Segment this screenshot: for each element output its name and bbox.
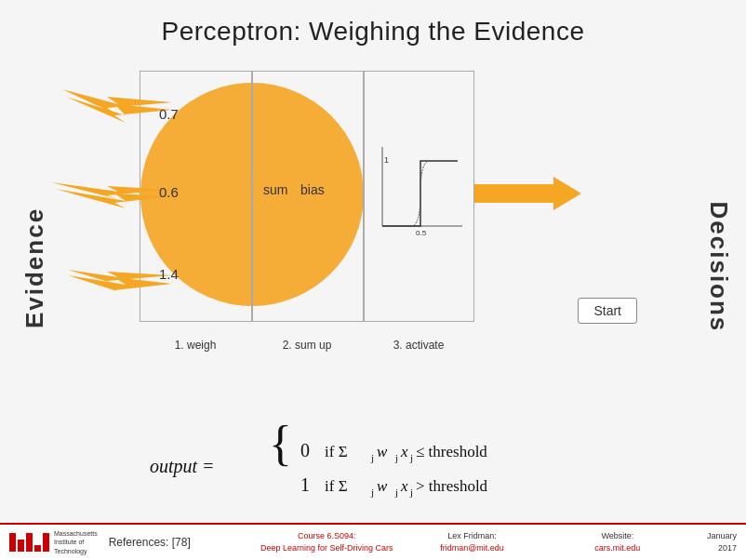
mit-logo: Massachusetts Institute of Technology bbox=[9, 529, 98, 554]
weight-3-label: 1.4 bbox=[159, 266, 179, 282]
step-2-label: 2. sum up bbox=[251, 339, 363, 352]
svg-marker-4 bbox=[474, 177, 581, 210]
slide-title: Perceptron: Weighing the Evidence bbox=[0, 0, 746, 56]
step-3-label: 3. activate bbox=[363, 339, 474, 352]
step-1-label: 1. weigh bbox=[140, 339, 251, 352]
mit-bar-4 bbox=[34, 545, 41, 552]
formula-wjxj-1: w bbox=[377, 443, 388, 460]
svg-text:>  threshold: > threshold bbox=[416, 477, 488, 495]
step-labels: 1. weigh 2. sum up 3. activate bbox=[140, 339, 474, 352]
decisions-label: Decisions bbox=[704, 202, 733, 333]
svg-text:0.5: 0.5 bbox=[416, 229, 427, 237]
svg-text:1: 1 bbox=[384, 155, 389, 165]
input-arrow-top bbox=[62, 89, 172, 115]
svg-text:j: j bbox=[394, 487, 398, 498]
formula-cond-2: if Σ bbox=[325, 477, 348, 495]
formula-output-text: output = bbox=[150, 456, 215, 477]
svg-text:j: j bbox=[394, 452, 398, 463]
mit-logo-bars bbox=[9, 533, 49, 552]
footer-website: Website: cars.mit.edu bbox=[545, 530, 690, 553]
diagram-area: 1 0.5 0.7 0.6 1.4 sum bias 1. weigh 2. s… bbox=[51, 63, 693, 352]
svg-marker-1 bbox=[62, 89, 172, 115]
formula-sub-j-1: j bbox=[370, 452, 374, 463]
sum-label: sum bbox=[263, 182, 287, 197]
svg-text:≤  threshold: ≤ threshold bbox=[416, 443, 487, 460]
svg-text:j: j bbox=[409, 452, 413, 463]
mit-bar-1 bbox=[9, 533, 16, 552]
mit-bar-5 bbox=[43, 533, 49, 552]
svg-text:w: w bbox=[377, 477, 388, 495]
footer: Massachusetts Institute of Technology Re… bbox=[0, 523, 746, 560]
footer-lex: Lex Fridman: fridman@mit.edu bbox=[399, 530, 544, 553]
mit-bar-3 bbox=[26, 533, 33, 552]
slide: Perceptron: Weighing the Evidence Eviden… bbox=[0, 0, 746, 560]
formula-svg: output = { 0 1 if Σ j w j x j ≤ threshol… bbox=[113, 424, 633, 508]
footer-refs: References: [78] bbox=[109, 536, 254, 549]
mit-bar-2 bbox=[18, 540, 24, 552]
footer-course: Course 6.S094: Deep Learning for Self-Dr… bbox=[254, 530, 399, 553]
formula-val-0: 0 bbox=[300, 440, 310, 460]
footer-date: January 2017 bbox=[690, 530, 737, 553]
evidence-label: Evidence bbox=[20, 207, 49, 328]
bias-label: bias bbox=[300, 182, 325, 197]
formula-section: output = { 0 1 if Σ j w j x j ≤ threshol… bbox=[0, 424, 746, 512]
formula-brace: { bbox=[269, 424, 292, 470]
output-arrow bbox=[474, 177, 581, 210]
mit-text: Massachusetts Institute of Technology bbox=[54, 529, 98, 554]
weight-2-label: 0.6 bbox=[159, 184, 179, 200]
weight-1-label: 0.7 bbox=[159, 106, 179, 122]
svg-text:j: j bbox=[370, 487, 374, 498]
start-button[interactable]: Start bbox=[578, 298, 637, 324]
formula-cond-1: if Σ bbox=[325, 443, 348, 460]
svg-text:x: x bbox=[400, 443, 408, 460]
activation-chart: 1 0.5 bbox=[382, 147, 462, 237]
formula-val-1: 1 bbox=[300, 474, 310, 495]
svg-text:j: j bbox=[409, 487, 413, 498]
svg-text:x: x bbox=[400, 477, 408, 495]
